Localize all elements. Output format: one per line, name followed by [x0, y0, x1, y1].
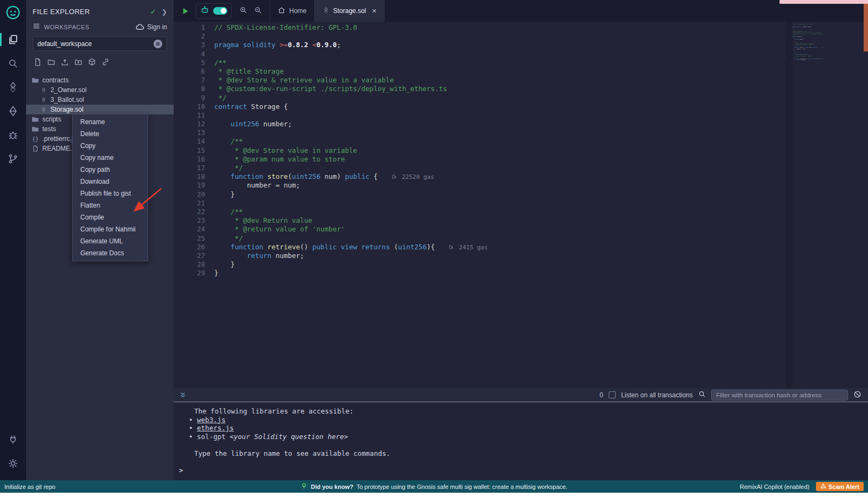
upload-folder-icon[interactable] — [74, 58, 82, 68]
tree-item-3-ballot-sol[interactable]: 3_Ballot.sol — [26, 95, 174, 105]
code-line: 6 * @title Storage — [174, 67, 868, 76]
gas-estimate-badge: 2415 gas — [449, 244, 488, 251]
listen-all-transactions-checkbox[interactable] — [609, 391, 616, 398]
remix-logo-icon[interactable] — [5, 4, 21, 21]
line-number: 16 — [174, 155, 205, 164]
lightbulb-icon — [301, 482, 308, 491]
copilot-status[interactable]: RemixAI Copilot (enabled) — [740, 483, 809, 490]
context-menu-item-copy-path[interactable]: Copy path — [73, 164, 148, 176]
zoom-in-icon[interactable] — [239, 6, 247, 16]
tab-home[interactable]: Home — [270, 0, 315, 22]
context-menu-item-generate-docs[interactable]: Generate Docs — [73, 247, 148, 259]
settings-gear-icon[interactable] — [5, 455, 21, 472]
tree-item-contracts[interactable]: contracts — [26, 75, 174, 85]
code-line: 4 — [174, 50, 868, 59]
context-menu-item-compile-for-nahmii[interactable]: Compile for Nahmii — [73, 223, 148, 235]
line-number: 1 — [174, 23, 205, 32]
workspace-select[interactable]: default_workspace — [33, 36, 167, 51]
cloud-icon — [136, 23, 144, 31]
code-editor[interactable]: 1// SPDX-License-Identifier: GPL-3.023pr… — [174, 22, 868, 388]
https-import-icon[interactable] — [101, 58, 110, 68]
hamburger-icon[interactable] — [33, 22, 40, 31]
sol-icon — [40, 97, 47, 103]
line-number: 23 — [174, 216, 205, 225]
search-icon[interactable] — [5, 55, 21, 72]
collapse-panel-chevron-icon[interactable]: ❯ — [162, 8, 167, 16]
tip-title: Did you know? — [311, 483, 353, 490]
terminal-prompt[interactable]: > — [174, 466, 868, 475]
terminal-library-ethers-js[interactable]: • ethers.js — [174, 424, 868, 433]
code-line: 12 uint256 number; — [174, 120, 868, 128]
deploy-run-icon[interactable] — [5, 103, 21, 119]
context-menu-item-delete[interactable]: Delete — [73, 128, 148, 140]
context-menu-item-generate-uml[interactable]: Generate UML — [73, 235, 148, 247]
code-line: 5/** — [174, 59, 868, 67]
zoom-out-icon[interactable] — [254, 6, 262, 16]
git-init-status[interactable]: Initialize as git repo — [4, 483, 55, 490]
line-number: 11 — [174, 111, 205, 120]
minimap[interactable]: // SPDX-License-Identifier: GPL-3.0pragm… — [792, 23, 823, 86]
tab-storage-sol[interactable]: Storage.sol × — [315, 0, 385, 22]
line-number: 27 — [174, 252, 205, 260]
terminal-toolbar: 0 Listen on all transactions — [174, 388, 868, 402]
listen-all-transactions-label: Listen on all transactions — [621, 391, 693, 399]
expand-terminal-icon[interactable] — [179, 391, 187, 399]
check-icon: ✓ — [150, 8, 156, 16]
code-line: 16 * @param num value to store — [174, 155, 868, 164]
terminal-libraries: • web3.js• ethers.js• sol-gpt <your Soli… — [174, 416, 868, 441]
code-line: 17 */ — [174, 164, 868, 172]
workspace-options-icon[interactable] — [154, 40, 162, 48]
annotation-arrow — [122, 183, 171, 218]
new-folder-icon[interactable] — [47, 58, 55, 68]
line-number: 15 — [174, 146, 205, 155]
new-file-icon[interactable] — [34, 58, 42, 68]
scam-alert-button[interactable]: Scam Alert — [816, 482, 864, 491]
git-icon[interactable] — [5, 151, 21, 167]
sign-in-button[interactable]: Sign in — [136, 23, 167, 31]
terminal-library-web3-js[interactable]: • web3.js — [174, 416, 868, 424]
ipfs-import-icon[interactable] — [88, 58, 96, 68]
line-number: 3 — [174, 41, 205, 49]
upload-file-icon[interactable] — [61, 58, 69, 68]
debugger-icon[interactable] — [5, 127, 21, 143]
file-toolbar — [26, 51, 174, 71]
workspaces-label: WORKSPACES — [44, 24, 90, 30]
solidity-compiler-icon[interactable] — [5, 79, 21, 95]
code-line: 25 */ — [174, 234, 868, 243]
context-menu-item-rename[interactable]: Rename — [73, 116, 148, 128]
terminal[interactable]: The following libraries are accessible: … — [174, 402, 868, 480]
code-line: 29} — [174, 269, 868, 278]
code-line: 3pragma solidity >=0.8.2 <0.9.0; — [174, 41, 868, 49]
clear-terminal-icon[interactable] — [853, 390, 861, 400]
braces-icon: {} — [31, 136, 39, 142]
run-script-icon[interactable] — [181, 7, 189, 15]
plugin-manager-icon[interactable] — [5, 431, 21, 448]
transaction-filter-input[interactable] — [711, 390, 848, 401]
folder-icon — [31, 76, 39, 84]
warning-icon — [820, 483, 826, 490]
line-number: 9 — [174, 94, 205, 102]
tree-item-label: Storage.sol — [50, 106, 84, 113]
right-edge-scroll-marker — [864, 4, 868, 51]
code-line: 15 * @dev Store value in variable — [174, 146, 868, 155]
ai-copilot-toggle[interactable] — [213, 7, 227, 15]
line-number: 20 — [174, 190, 205, 199]
status-bar: Initialize as git repo Did you know? To … — [0, 480, 868, 493]
close-tab-icon[interactable]: × — [372, 7, 376, 15]
tree-item-2-owner-sol[interactable]: 2_Owner.sol — [26, 85, 174, 95]
code-line: 24 * @return value of 'number' — [174, 225, 868, 234]
ai-copilot-group — [196, 3, 232, 19]
context-menu-item-copy[interactable]: Copy — [73, 140, 148, 152]
tree-item-label: scripts — [42, 115, 61, 123]
tree-item-storage-sol[interactable]: Storage.sol — [26, 105, 174, 114]
terminal-search-icon[interactable] — [698, 390, 706, 399]
context-menu-item-copy-name[interactable]: Copy name — [73, 152, 148, 164]
tree-item-label: 3_Ballot.sol — [50, 96, 84, 104]
folder-icon — [31, 115, 39, 123]
line-number: 8 — [174, 85, 205, 93]
tip-text: To prototype using the Gnosis safe multi… — [356, 483, 567, 490]
tree-item-label: 2_Owner.sol — [50, 86, 87, 94]
home-icon — [278, 7, 285, 16]
file-explorer-icon[interactable] — [5, 31, 21, 48]
line-number: 4 — [174, 50, 205, 59]
